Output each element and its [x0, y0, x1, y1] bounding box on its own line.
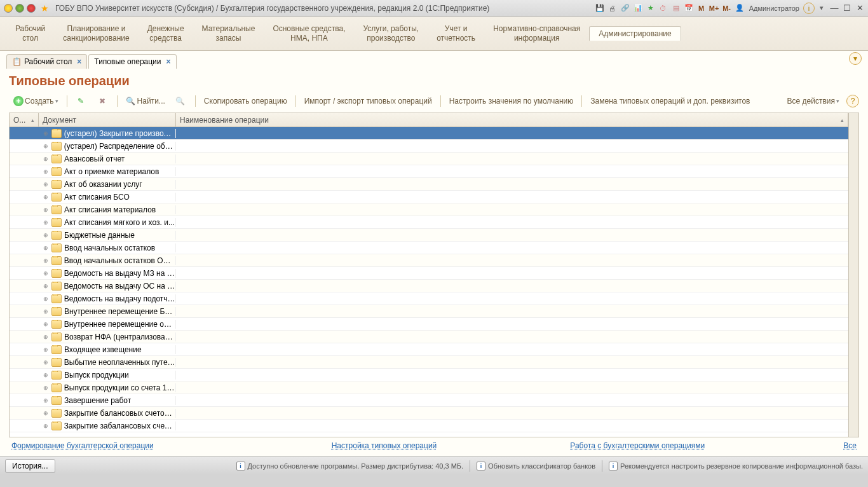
- import-export-button[interactable]: Импорт / экспорт типовых операций: [300, 94, 437, 108]
- star-add-icon[interactable]: ★: [645, 3, 656, 14]
- table-row[interactable]: ⊕(устарел) Закрытие производс...: [10, 127, 848, 140]
- table-row[interactable]: ⊕Ведомость на выдачу подотче...: [10, 292, 848, 305]
- dropdown-icon[interactable]: ▾: [816, 3, 827, 14]
- calendar-icon[interactable]: 📅: [683, 3, 695, 14]
- expand-icon[interactable]: ⊕: [43, 321, 49, 327]
- expand-icon[interactable]: ⊕: [43, 194, 49, 200]
- section-money[interactable]: Денежные средства: [139, 22, 193, 45]
- link-accounting-op[interactable]: Формирование бухгалтерской операции: [11, 441, 154, 450]
- replace-ops-button[interactable]: Замена типовых операций и доп. реквизито…: [586, 94, 754, 108]
- favorites-icon[interactable]: ★: [41, 3, 49, 13]
- link-icon[interactable]: 🔗: [620, 3, 631, 14]
- link-work-ops[interactable]: Работа с бухгалтерскими операциями: [570, 441, 705, 450]
- nav-forward-icon[interactable]: [27, 4, 36, 13]
- expand-icon[interactable]: ⊕: [43, 397, 49, 404]
- table-row[interactable]: ⊕Внутреннее перемещение объ...: [10, 318, 848, 331]
- clear-find-button[interactable]: 🔍: [171, 93, 191, 109]
- section-planning[interactable]: Планирование и санкционирование: [54, 22, 138, 45]
- table-row[interactable]: ⊕Ведомость на выдачу ОС на ну...: [10, 280, 848, 292]
- section-services[interactable]: Услуги, работы, производство: [354, 22, 428, 45]
- close-button[interactable]: ✕: [854, 3, 865, 13]
- expand-icon[interactable]: ⊕: [43, 245, 49, 251]
- find-button[interactable]: 🔍 Найти...: [121, 93, 170, 109]
- table-row[interactable]: ⊕Авансовый отчет: [10, 153, 848, 165]
- close-tab-icon[interactable]: ×: [166, 57, 171, 66]
- table-row[interactable]: ⊕(устарел) Распределение общ...: [10, 140, 848, 153]
- expand-icon[interactable]: ⊕: [43, 410, 49, 416]
- expand-icon[interactable]: ⊕: [43, 232, 49, 238]
- col-document[interactable]: Документ: [39, 113, 176, 127]
- status-banks[interactable]: iОбновить классификатор банков: [477, 462, 595, 470]
- table-row[interactable]: ⊕Ввод начальных остатков: [10, 242, 848, 254]
- expand-icon[interactable]: ⊕: [43, 296, 49, 302]
- col-operation-name[interactable]: Наименование операции▴: [176, 113, 848, 127]
- section-materials[interactable]: Материальные запасы: [193, 22, 264, 45]
- close-tab-icon[interactable]: ×: [77, 57, 81, 66]
- table-row[interactable]: ⊕Закрытие балансовых счетов ...: [10, 407, 848, 420]
- expand-icon[interactable]: ⊕: [43, 334, 49, 340]
- defaults-button[interactable]: Настроить значения по умолчанию: [445, 94, 578, 108]
- status-backup[interactable]: iРекомендуется настроить резервное копир…: [609, 462, 863, 470]
- col-order[interactable]: О...▴: [10, 113, 39, 127]
- m-plus-button[interactable]: M+: [709, 3, 720, 14]
- expand-icon[interactable]: ⊕: [43, 207, 49, 213]
- link-settings-ops[interactable]: Настройка типовых операций: [332, 441, 437, 450]
- info-icon[interactable]: i: [803, 3, 815, 14]
- expand-icon[interactable]: ⊕: [43, 385, 49, 391]
- print-icon[interactable]: 🖨: [607, 3, 618, 14]
- all-actions-button[interactable]: Все действия ▾: [783, 94, 844, 108]
- expand-icon[interactable]: ⊕: [43, 270, 49, 277]
- history-button[interactable]: История...: [5, 459, 55, 473]
- expand-icon[interactable]: ⊕: [43, 143, 49, 149]
- expand-icon[interactable]: ⊕: [43, 156, 49, 162]
- status-update[interactable]: iДоступно обновление программы. Размер д…: [236, 462, 464, 470]
- nav-back-icon[interactable]: [15, 4, 24, 13]
- table-row[interactable]: ⊕Акт списания материалов: [10, 203, 848, 216]
- table-row[interactable]: ⊕Выбытие неоплаченных путевок: [10, 356, 848, 369]
- table-row[interactable]: ⊕Ведомость на выдачу МЗ на н...: [10, 267, 848, 280]
- link-all[interactable]: Все: [843, 441, 857, 450]
- expand-icon[interactable]: ⊕: [43, 423, 49, 429]
- table-row[interactable]: ⊕Закрытие забалансовых счето...: [10, 420, 848, 432]
- table-row[interactable]: ⊕Ввод начальных остатков ОС, ...: [10, 254, 848, 267]
- table-row[interactable]: ⊕Акт о приемке материалов: [10, 165, 848, 178]
- expand-icon[interactable]: ⊕: [43, 308, 49, 315]
- expand-icon[interactable]: ⊕: [43, 346, 49, 353]
- expand-icon[interactable]: ⊕: [43, 168, 49, 175]
- expand-icon[interactable]: ⊕: [43, 181, 49, 188]
- clock-icon[interactable]: ⏱: [658, 3, 669, 14]
- tab-typical-ops[interactable]: Типовые операции ×: [88, 54, 176, 69]
- expand-icon[interactable]: ⊕: [43, 283, 49, 289]
- help-icon[interactable]: ?: [846, 95, 859, 107]
- tab-desktop[interactable]: 📋 Рабочий стол ×: [6, 54, 87, 69]
- collapse-panel-icon[interactable]: ▾: [849, 52, 862, 65]
- delete-button[interactable]: ✖: [93, 93, 113, 109]
- expand-icon[interactable]: ⊕: [43, 359, 49, 366]
- create-button[interactable]: + Создать ▾: [9, 93, 63, 109]
- calc-icon[interactable]: 📊: [632, 3, 644, 14]
- expand-icon[interactable]: ⊕: [43, 372, 49, 378]
- expand-icon[interactable]: ⊕: [43, 257, 49, 264]
- table-row[interactable]: ⊕Акт об оказании услуг: [10, 178, 848, 191]
- table-row[interactable]: ⊕Входящее извещение: [10, 343, 848, 356]
- table-row[interactable]: ⊕Возврат НФА (централизован...: [10, 331, 848, 343]
- user-label[interactable]: Администратор: [749, 4, 799, 12]
- section-reports[interactable]: Учет и отчетность: [428, 22, 484, 45]
- list-icon[interactable]: ▤: [670, 3, 682, 14]
- maximize-button[interactable]: ☐: [841, 3, 853, 13]
- table-row[interactable]: ⊕Акт списания БСО: [10, 191, 848, 203]
- m-button[interactable]: M: [696, 3, 707, 14]
- m-minus-button[interactable]: M-: [721, 3, 733, 14]
- table-row[interactable]: ⊕Бюджетные данные: [10, 229, 848, 242]
- table-row[interactable]: ⊕Выпуск продукции: [10, 369, 848, 381]
- section-reference[interactable]: Нормативно-справочная информация: [484, 22, 589, 45]
- table-row[interactable]: ⊕Акт списания мягкого и хоз. и...: [10, 216, 848, 229]
- edit-button[interactable]: ✎: [71, 93, 92, 109]
- table-row[interactable]: ⊕Внутреннее перемещение БСО: [10, 305, 848, 318]
- section-assets[interactable]: Основные средства, НМА, НПА: [264, 22, 354, 45]
- save-icon[interactable]: 💾: [594, 3, 606, 14]
- expand-icon[interactable]: ⊕: [43, 219, 49, 226]
- table-row[interactable]: ⊕Выпуск продукции со счета 10...: [10, 381, 848, 394]
- expand-icon[interactable]: ⊕: [43, 130, 49, 137]
- minimize-button[interactable]: —: [829, 3, 840, 13]
